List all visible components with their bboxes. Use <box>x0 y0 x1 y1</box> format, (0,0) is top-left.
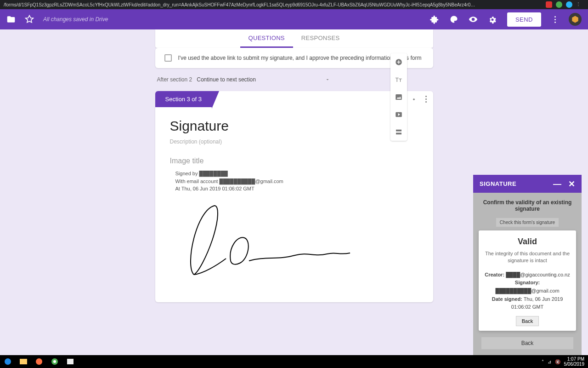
start-button[interactable] <box>2 357 14 366</box>
creator-row: Creator: ████@gigaccounting.co.nz <box>482 271 572 279</box>
section-more-icon[interactable] <box>425 96 427 103</box>
svg-marker-0 <box>572 16 578 23</box>
gear-icon[interactable] <box>488 15 497 24</box>
add-video-icon[interactable] <box>395 110 403 119</box>
clock[interactable]: 1:07 PM 5/06/2019 <box>564 356 585 367</box>
signatory-row: Signatory: ██████████@gmail.com <box>482 279 572 295</box>
panel-header: SIGNATURE — ✕ <box>473 175 582 193</box>
explorer-icon[interactable] <box>17 357 29 366</box>
add-section-icon[interactable] <box>395 128 403 136</box>
date-row: Date signed: Thu, 06 Jun 2019 01:06:02 G… <box>482 295 572 311</box>
send-button[interactable]: SEND <box>507 12 541 27</box>
add-image-icon[interactable] <box>395 93 403 101</box>
svg-point-15 <box>53 360 56 363</box>
check-signature-link[interactable]: Check this form's signature <box>496 218 559 227</box>
tab-responses[interactable]: RESPONSES <box>293 29 348 48</box>
volume-icon[interactable]: 🔇 <box>555 359 560 364</box>
account-badge[interactable] <box>569 13 582 26</box>
checkbox-icon[interactable] <box>164 54 172 62</box>
network-icon[interactable]: ⊿ <box>548 359 551 364</box>
meta-date: At Thu, 06 Jun 2019 01:06:02 GMT <box>175 185 413 193</box>
add-question-icon[interactable] <box>395 58 403 66</box>
svg-point-13 <box>36 358 42 365</box>
validity-popup: Valid The integrity of this document and… <box>479 230 576 331</box>
app-icon-2[interactable] <box>64 357 76 366</box>
after-section-value: Continue to next section <box>197 76 256 83</box>
after-section-dropdown[interactable]: Continue to next section <box>197 76 330 83</box>
ext-icon-2[interactable] <box>556 1 562 8</box>
app-icon-1[interactable] <box>33 357 45 366</box>
meta-email: With email account ██████████@gmail.com <box>175 178 413 185</box>
svg-point-11 <box>5 358 11 365</box>
chevron-down-icon <box>325 77 330 82</box>
save-status: All changes saved in Drive <box>43 16 108 23</box>
signature-metadata: Signed by ████████ With email account ██… <box>155 170 433 193</box>
tab-questions[interactable]: QUESTIONS <box>240 29 293 48</box>
svg-rect-16 <box>67 359 74 364</box>
preview-icon[interactable] <box>469 15 478 24</box>
svg-rect-12 <box>20 359 27 364</box>
popup-back-button[interactable]: Back <box>516 316 539 326</box>
minimize-icon[interactable]: — <box>553 181 562 187</box>
section-description[interactable]: Description (optional) <box>155 138 433 157</box>
meta-signed-by: Signed by ████████ <box>175 170 413 178</box>
panel-confirm-heading: Confirm the validity of an existing sign… <box>478 199 577 212</box>
valid-headline: Valid <box>482 237 572 247</box>
panel-back-button[interactable]: Back <box>481 337 573 349</box>
svg-text:Tᴛ: Tᴛ <box>396 77 402 83</box>
tray-up-icon[interactable]: ˄ <box>542 359 544 364</box>
ext-menu-icon[interactable]: ⋮ <box>576 1 582 8</box>
signature-drawing <box>175 196 413 284</box>
valid-message: The integrity of this document and the s… <box>482 250 572 264</box>
svg-rect-8 <box>396 133 401 135</box>
ext-icon-1[interactable] <box>546 1 552 8</box>
browser-extension-icons: ⋮ <box>546 1 584 8</box>
browser-address-bar: /forms/d/1SFpQ1Sz3gpzRLsZDWmSAcoL5cYfHxQ… <box>0 0 588 9</box>
more-menu-icon[interactable] <box>551 16 559 23</box>
signature-panel: SIGNATURE — ✕ Confirm the validity of an… <box>473 175 582 368</box>
svg-rect-7 <box>396 130 401 132</box>
app-header: All changes saved in Drive SEND <box>0 9 588 29</box>
signature-svg <box>175 196 368 284</box>
collapse-icon[interactable] <box>411 96 417 103</box>
star-icon[interactable] <box>25 15 34 24</box>
close-icon[interactable]: ✕ <box>568 181 576 187</box>
page-url: /forms/d/1SFpQ1Sz3gpzRLsZDWmSAcoL5cYfHxQ… <box>4 2 546 7</box>
after-section-prefix: After section 2 <box>157 76 192 83</box>
windows-taskbar: ˄ ⊿ 🔇 1:07 PM 5/06/2019 <box>0 355 588 368</box>
addons-icon[interactable] <box>430 15 439 24</box>
question-toolbar: Tᴛ <box>390 53 407 141</box>
palette-icon[interactable] <box>449 15 458 24</box>
after-section-row: After section 2 Continue to next section <box>157 76 431 83</box>
panel-title: SIGNATURE <box>480 180 516 187</box>
add-title-icon[interactable]: Tᴛ <box>395 75 403 84</box>
form-tabs: QUESTIONS RESPONSES <box>155 29 433 48</box>
svg-rect-3 <box>396 94 402 100</box>
section-banner: Section 3 of 3 <box>155 91 212 107</box>
folder-icon[interactable] <box>6 15 16 24</box>
checkbox-label: I've used the above link to submit my si… <box>178 55 422 61</box>
image-title-field[interactable]: Image title <box>155 157 433 170</box>
ext-icon-3[interactable] <box>566 1 572 8</box>
chrome-icon[interactable] <box>49 357 61 366</box>
